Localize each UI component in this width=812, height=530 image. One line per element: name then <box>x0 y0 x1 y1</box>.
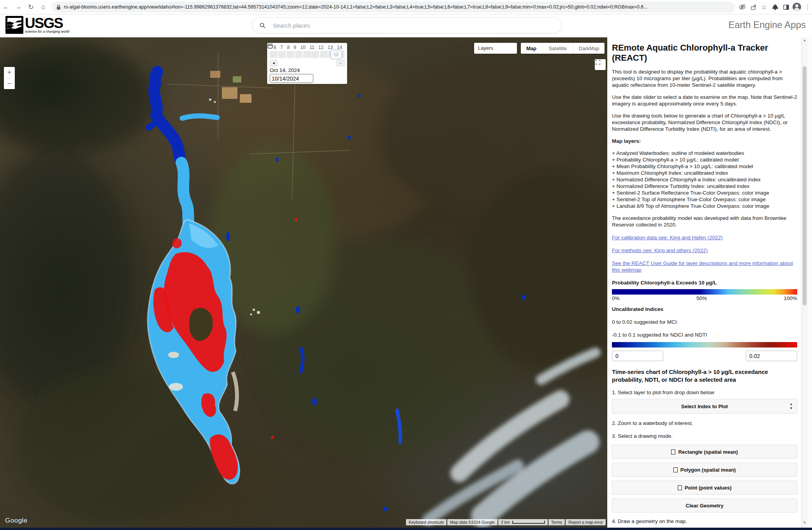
tick-label: 12 <box>318 45 323 50</box>
select-spinner-icon: ▲▼ <box>789 402 793 411</box>
layers-button[interactable]: Layers <box>474 43 517 54</box>
calibration-data-link[interactable]: For calibration data see: King and Hafen… <box>612 234 797 241</box>
min-value-input[interactable] <box>612 351 663 361</box>
label-100pct: 100% <box>784 295 797 301</box>
map-type-satellite[interactable]: Satellite <box>542 43 573 54</box>
model-note-paragraph: The exceedance probability model was dev… <box>612 215 797 228</box>
date-slider-ticks: 6 7 8 9 10 11 12 13 14 <box>270 45 344 50</box>
map-canvas[interactable]: + − 6 7 8 9 10 11 12 13 14 ◄ ► Oct 14, 2… <box>0 37 607 528</box>
tick-label: 14 <box>337 45 342 50</box>
index-range-inputs <box>612 351 797 361</box>
map-layer-item: + Normalized Difference Turbidity Index:… <box>612 183 797 190</box>
report-error-link[interactable]: Report a map error <box>566 519 606 525</box>
lock-icon <box>56 5 61 10</box>
profile-avatar[interactable] <box>793 3 801 11</box>
bookmark-star-icon[interactable]: ☆ <box>760 3 768 11</box>
share-icon[interactable] <box>749 3 758 11</box>
probability-legend-heading: Probability Chlorophyll-a Exceeds 10 µg/… <box>612 279 797 286</box>
browser-actions: ☆ ⋮ <box>738 3 812 11</box>
menu-dots-icon[interactable]: ⋮ <box>803 3 812 11</box>
rectangle-tool-button[interactable]: Rectangle (spatial mean) <box>612 445 797 459</box>
user-guide-link[interactable]: See the REACT User Guide for layer descr… <box>612 260 797 273</box>
zoom-in-button[interactable]: + <box>4 67 15 78</box>
date-prev-button[interactable]: ◄ <box>270 60 278 66</box>
home-icon[interactable]: ⌂ <box>37 1 49 13</box>
side-panel-icon[interactable] <box>782 3 790 11</box>
search-placeholder: Search places <box>273 22 310 29</box>
index-select-dropdown[interactable]: Select Index to Plot ▲▼ <box>612 399 797 414</box>
reload-icon[interactable]: ↻ <box>25 1 37 13</box>
back-icon[interactable]: ← <box>0 1 12 13</box>
date-slider-widget: 6 7 8 9 10 11 12 13 14 ◄ ► Oct 14, 2024 … <box>267 43 347 84</box>
search-bar[interactable]: Search places <box>252 17 562 33</box>
search-icon <box>259 22 266 29</box>
bottom-edge-strip <box>0 528 812 530</box>
date-input[interactable]: 10/14/2024 <box>270 74 313 83</box>
keyboard-shortcuts-link[interactable]: Keyboard shortcuts <box>406 519 446 525</box>
map-attribution: Keyboard shortcuts Map data ©2024 Google… <box>406 519 606 525</box>
react-info-panel: REmote Aquatic Chlorophyll-a Tracker (RE… <box>607 37 801 528</box>
map-overlay <box>0 37 607 528</box>
map-layer-item: + Landsat 8/9 Top of Atmosphere True-Col… <box>612 203 797 209</box>
map-type-map[interactable]: Map <box>521 43 542 54</box>
index-select-value: Select Index to Plot <box>681 404 728 409</box>
address-bar[interactable]: rs-algal-blooms.users.earthengine.app/vi… <box>52 2 735 12</box>
date-note-paragraph: Use the date slider to select a date to … <box>612 94 797 107</box>
extensions-icon[interactable] <box>771 3 779 11</box>
panel-scrollbar[interactable]: ▲ ▼ <box>801 37 808 528</box>
point-tool-button[interactable]: Point (point values) <box>612 481 797 495</box>
point-tool-icon <box>678 485 682 490</box>
tick-label: 13 <box>328 45 333 50</box>
step-2: 2. Zoom to a waterbody of interest. <box>612 420 797 426</box>
terrain-patches <box>0 45 607 524</box>
probability-colorbar <box>612 289 797 295</box>
mci-note: 0 to 0.02 suggested for MCI <box>612 319 797 325</box>
rectangle-tool-label: Rectangle (spatial mean) <box>678 449 738 455</box>
terms-link[interactable]: Terms <box>548 519 565 525</box>
point-tool-label: Point (point values) <box>685 485 732 491</box>
app-header: USGS science for a changing world Search… <box>0 15 812 37</box>
clear-geometry-button[interactable]: Clear Geometry <box>612 498 797 512</box>
earth-engine-apps-label: Earth Engine Apps <box>728 19 806 30</box>
usgs-wordmark: USGS <box>25 16 69 30</box>
scroll-down-icon[interactable]: ▼ <box>801 521 808 525</box>
uncalibrated-heading: Uncalibrated Indices <box>612 306 797 312</box>
tick-label: 11 <box>309 45 314 50</box>
date-slider-handle[interactable] <box>330 50 342 59</box>
methods-link[interactable]: For methods see: King and others (2022) <box>612 247 797 254</box>
zoom-control: + − <box>4 67 15 89</box>
calendar-icon[interactable] <box>267 43 273 49</box>
clear-geometry-label: Clear Geometry <box>686 503 724 509</box>
map-layer-item: + Sentinel-2 Surface Reflectance True-Co… <box>612 190 797 196</box>
map-layer-item: + Maximum Chlorophyll Index: uncallibrat… <box>612 170 797 176</box>
max-value-input[interactable] <box>746 351 797 361</box>
page-right-edge <box>808 37 812 530</box>
label-0pct: 0% <box>612 295 620 301</box>
browser-chrome: ← → ↻ ⌂ rs-algal-blooms.users.earthengin… <box>0 0 812 14</box>
usgs-logo: USGS science for a changing world <box>5 16 69 34</box>
probability-colorbar-labels: 0% 50% 100% <box>612 295 797 301</box>
tick-label: 8 <box>287 45 290 50</box>
map-type-darkmap[interactable]: DarkMap <box>573 43 605 54</box>
fullscreen-icon <box>595 59 601 65</box>
rectangle-tool-icon <box>671 449 675 455</box>
polygon-tool-label: Polygon (spatial mean) <box>680 467 736 473</box>
scale-bar <box>512 521 545 524</box>
drawing-note-paragraph: Use the drawing tools below to generate … <box>612 112 797 132</box>
tick-label: 10 <box>300 45 305 50</box>
eye-blocked-icon[interactable] <box>738 3 747 11</box>
scroll-up-icon[interactable]: ▲ <box>801 38 808 42</box>
scale-control: 2 km <box>498 519 548 525</box>
date-next-button[interactable]: ► <box>337 60 344 66</box>
panel-title: REmote Aquatic Chlorophyll-a Tracker (RE… <box>612 43 797 63</box>
date-slider-track[interactable] <box>270 51 344 58</box>
ndci-note: -0.1 to 0.1 suggested for NDCI and NDTI <box>612 332 797 338</box>
step-1: 1. Select layer to plot from drop down b… <box>612 389 797 396</box>
polygon-tool-button[interactable]: Polygon (spatial mean) <box>612 463 797 477</box>
map-layers-list: + Analyzed Waterbodies: outline of model… <box>612 150 797 209</box>
fullscreen-button[interactable] <box>595 59 606 70</box>
map-layers-heading: Map layers: <box>612 138 797 144</box>
zoom-out-button[interactable]: − <box>4 78 15 89</box>
forward-icon[interactable]: → <box>12 1 25 13</box>
scrollbar-thumb[interactable] <box>803 66 807 305</box>
